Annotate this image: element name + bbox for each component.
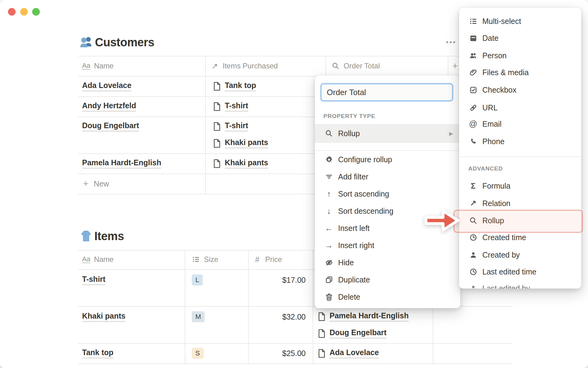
table-cell-name[interactable]: Doug Engelbart [82, 121, 139, 132]
type-option-email[interactable]: @ Email [459, 115, 581, 132]
at-icon: @ [469, 120, 477, 128]
column-header-price[interactable]: # Price [253, 254, 282, 265]
paperclip-icon [469, 68, 477, 77]
rollup-icon [469, 216, 477, 225]
arrow-down-icon: ↓ [325, 207, 333, 215]
type-option-rollup[interactable]: Rollup [459, 212, 581, 229]
person-icon [469, 251, 477, 259]
menu-item-hide[interactable]: Hide [315, 254, 460, 271]
eye-off-icon [325, 258, 333, 267]
type-option-formula[interactable]: Σ Formula [459, 177, 581, 194]
size-tag[interactable]: L [192, 274, 203, 286]
annotation-arrow-icon [422, 207, 462, 235]
new-row-button[interactable]: + New [81, 178, 109, 189]
menu-item-sort-ascending[interactable]: ↑ Sort ascending [315, 185, 460, 202]
column-header-order-total[interactable]: Order Total [331, 61, 380, 71]
relation-page-link[interactable]: Doug Engelbart [317, 328, 386, 339]
type-option-relation[interactable]: ↗ Relation [459, 195, 581, 212]
relation-page-link[interactable]: Pamela Hardt-English [317, 311, 409, 322]
property-type-current[interactable]: Rollup ▶ [315, 124, 460, 143]
divider [185, 250, 185, 364]
type-option-url[interactable]: URL [459, 99, 581, 116]
text-property-icon: Aa [82, 256, 90, 263]
window-zoom-button[interactable] [32, 8, 40, 16]
relation-page-link[interactable]: T-shirt [213, 101, 248, 112]
page-icon [213, 102, 221, 111]
clock-icon [469, 267, 477, 276]
table-cell-price[interactable]: $32.00 [257, 312, 306, 322]
table-cell-name[interactable]: Pamela Hardt-English [82, 158, 161, 169]
relation-page-link[interactable]: Khaki pants [213, 158, 268, 169]
type-option-phone[interactable]: Phone [459, 133, 581, 150]
number-icon: # [253, 256, 262, 263]
property-name-input[interactable]: Order Total [321, 84, 453, 101]
divider [313, 250, 313, 364]
type-option-created-by[interactable]: Created by [459, 246, 581, 263]
add-property-button[interactable]: + [451, 61, 459, 71]
relation-page-link[interactable]: Tank top [213, 81, 256, 91]
type-option-files-media[interactable]: Files & media [459, 64, 581, 81]
type-option-multi-select[interactable]: Multi-select [459, 13, 581, 30]
relation-page-link[interactable]: T-shirt [213, 121, 248, 132]
tshirt-emoji-icon [79, 229, 93, 243]
divider [459, 156, 581, 157]
table-cell-name[interactable]: Andy Hertzfeld [82, 101, 136, 112]
table-cell-name[interactable]: Ada Lovelace [82, 81, 131, 91]
menu-item-configure-rollup[interactable]: Configure rollup [315, 151, 460, 168]
size-tag[interactable]: S [192, 348, 204, 359]
size-tag[interactable]: M [192, 311, 205, 322]
type-option-checkbox[interactable]: Checkbox [459, 81, 581, 98]
column-header-name[interactable]: Aa Name [82, 254, 114, 265]
people-icon [469, 51, 477, 60]
page-icon [213, 159, 221, 168]
phone-icon [469, 137, 477, 146]
column-header-items-purchased[interactable]: ↗ Items Purchased [210, 61, 278, 71]
link-icon [469, 103, 477, 112]
table-cell-price[interactable]: $25.00 [257, 348, 306, 358]
divider [205, 56, 206, 194]
checkbox-icon [469, 86, 477, 94]
page-icon [317, 329, 326, 338]
relation-page-link[interactable]: Ada Lovelace [317, 348, 379, 358]
duplicate-icon [325, 275, 333, 284]
menu-item-duplicate[interactable]: Duplicate [315, 271, 460, 288]
page-icon [213, 139, 221, 148]
select-icon [192, 255, 200, 264]
type-option-person[interactable]: Person [459, 47, 581, 64]
menu-item-insert-right[interactable]: → Insert right [315, 237, 460, 254]
divider [78, 343, 513, 344]
table-cell-name[interactable]: Khaki pants [82, 312, 126, 322]
table-cell-price[interactable]: $17.00 [257, 275, 306, 285]
items-title-block: Items [79, 228, 124, 244]
window-minimize-button[interactable] [20, 8, 28, 16]
menu-item-delete[interactable]: Delete [315, 288, 460, 305]
menu-item-add-filter[interactable]: Add filter [315, 168, 460, 185]
people-emoji-icon [79, 35, 93, 49]
sigma-icon: Σ [469, 182, 477, 190]
arrow-up-icon: ↑ [325, 190, 333, 198]
type-option-last-edited-time[interactable]: Last edited time [459, 263, 581, 280]
property-edit-menu: Order Total PROPERTY TYPE Rollup ▶ Confi… [315, 75, 460, 308]
relation-page-link[interactable]: Khaki pants [213, 138, 268, 148]
divider [78, 363, 513, 364]
text-property-icon: Aa [82, 62, 90, 70]
page-title: Customers [95, 36, 154, 49]
table-cell-name[interactable]: Tank top [82, 348, 113, 358]
multi-select-icon [469, 17, 477, 25]
column-header-size[interactable]: Size [192, 254, 218, 265]
more-options-icon[interactable]: ••• [446, 38, 456, 47]
arrow-left-icon: ← [325, 224, 333, 232]
type-option-date[interactable]: Date [459, 29, 581, 47]
page-icon [317, 312, 326, 321]
property-type-menu: Multi-select Date Person Files & media C… [459, 8, 581, 289]
column-header-name[interactable]: Aa Name [82, 61, 114, 71]
rollup-icon [331, 62, 340, 70]
window-close-button[interactable] [8, 8, 16, 16]
filter-icon [325, 172, 333, 181]
type-option-last-edited-by[interactable]: Last edited by [459, 280, 581, 289]
type-option-created-time[interactable]: Created time [459, 229, 581, 246]
clock-icon [469, 233, 477, 242]
calendar-icon [469, 34, 477, 42]
table-cell-name[interactable]: T-shirt [82, 275, 105, 285]
trash-icon [325, 293, 333, 301]
